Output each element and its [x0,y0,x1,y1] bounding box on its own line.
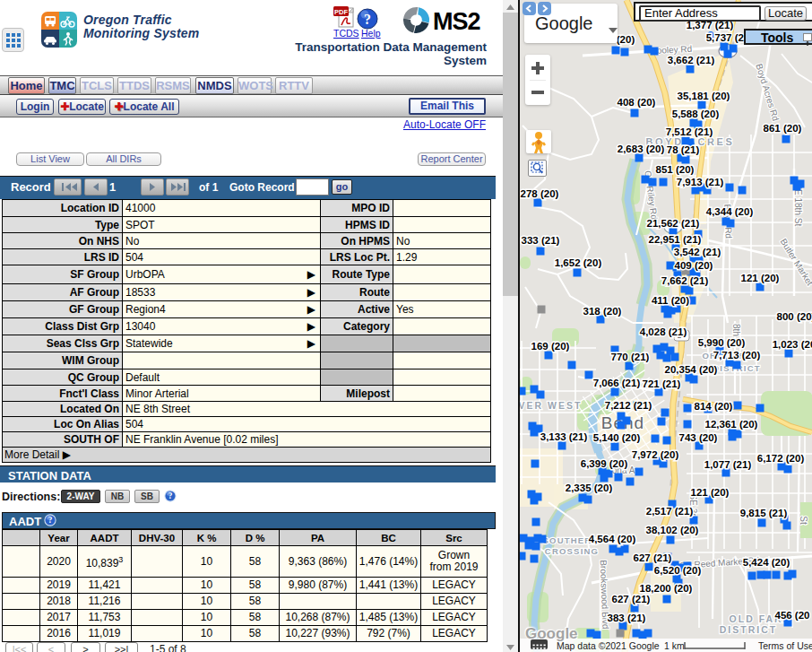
svg-text:2,517 (21): 2,517 (21) [646,506,694,517]
svg-text:35,181 (20): 35,181 (20) [678,91,730,101]
svg-text:7,212 (21): 7,212 (21) [605,400,652,411]
svg-text:4,028 (21): 4,028 (21) [640,326,687,337]
svg-text:3,662 (21): 3,662 (21) [668,55,715,65]
svg-text:318 (20): 318 (20) [583,306,622,317]
svg-text:4,344 (20): 4,344 (20) [706,206,754,217]
svg-text:21,562 (21): 21,562 (21) [647,218,700,229]
svg-text:5,990 (20): 5,990 (20) [698,337,746,348]
svg-text:5,737 (20: 5,737 (20 [706,32,750,43]
svg-text:3,542 (21): 3,542 (21) [674,247,721,257]
svg-text:851 (20): 851 (20) [656,164,695,175]
svg-text:721 (21): 721 (21) [643,378,681,389]
svg-text:?: ? [364,12,371,27]
svg-text:121 (20): 121 (20) [691,487,730,498]
svg-text:PDF: PDF [334,8,348,16]
svg-text:9,815 (21): 9,815 (21) [740,508,788,518]
svg-text:456 (20: 456 (20 [774,610,809,621]
svg-text:(20): (20) [617,34,635,45]
svg-text:?: ? [168,491,173,500]
svg-text:2,335 (20): 2,335 (20) [566,482,613,493]
svg-text:7,662 (21): 7,662 (21) [661,275,709,286]
svg-text:6,172 (20): 6,172 (20) [757,453,805,464]
svg-text:627 (21): 627 (21) [634,552,672,563]
svg-text:5,424 (20): 5,424 (20) [743,557,790,568]
svg-text:7,512 (21): 7,512 (21) [666,126,713,137]
svg-text:12,361 (20): 12,361 (20) [705,419,758,430]
svg-text:22,951 (21): 22,951 (21) [649,234,702,245]
svg-text:743 (20): 743 (20) [679,432,718,443]
svg-text:169 (20): 169 (20) [531,341,570,352]
svg-text:38,102 (20): 38,102 (20) [646,525,699,535]
svg-text:7,913 (21): 7,913 (21) [677,177,724,187]
svg-text:1,023 (20: 1,023 (20 [773,339,812,350]
svg-text:6,520 (20): 6,520 (20) [654,565,702,576]
svg-text:78 (21): 78 (21) [667,144,700,155]
svg-text:1,652 (20): 1,652 (20) [555,257,602,268]
svg-text:800 (20): 800 (20) [777,311,812,322]
svg-text:383 (21): 383 (21) [608,613,646,623]
svg-text:3,133 (21): 3,133 (21) [540,431,588,442]
svg-text:409 (20): 409 (20) [675,260,713,271]
svg-text:861 (20): 861 (20) [764,123,802,134]
svg-text:5,140 (20): 5,140 (20) [593,432,641,443]
svg-text:411 (20): 411 (20) [652,295,689,306]
svg-text:408 (20): 408 (20) [618,97,656,108]
svg-text:1,077 (21): 1,077 (21) [704,459,752,470]
svg-text:?: ? [48,516,53,525]
svg-text:278 (20): 278 (20) [521,188,559,199]
svg-text:121 (20): 121 (20) [741,273,780,283]
svg-text:627 (21): 627 (21) [612,594,651,604]
svg-text:4,564 (20): 4,564 (20) [589,534,636,544]
svg-text:814 (20): 814 (20) [695,401,733,412]
svg-text:2,683 (20): 2,683 (20) [618,143,665,154]
svg-text:MS2: MS2 [433,8,480,34]
svg-text:20,354 (20): 20,354 (20) [665,364,718,375]
svg-text:7,066 (21): 7,066 (21) [593,378,641,388]
svg-text:18,200 (20): 18,200 (20) [640,583,693,594]
svg-text:6,399 (20): 6,399 (20) [581,458,628,469]
svg-text:7,713 (20): 7,713 (20) [713,350,761,361]
svg-text:7,972 (20): 7,972 (20) [632,449,679,460]
svg-text:770 (21): 770 (21) [611,352,650,362]
svg-text:333 (21): 333 (21) [522,235,560,246]
svg-text:5,588 (20): 5,588 (20) [672,109,720,119]
